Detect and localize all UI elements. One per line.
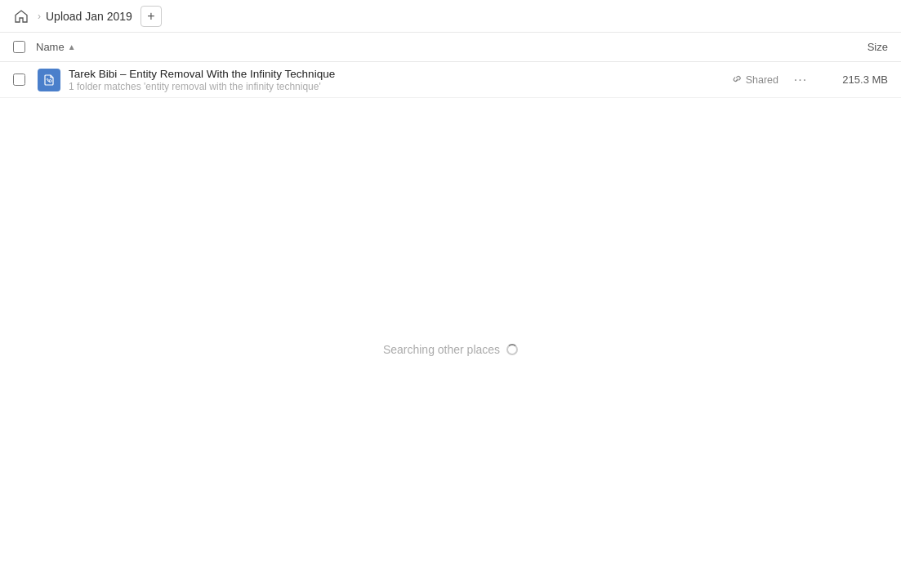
file-size: 215.3 MB — [823, 74, 888, 86]
home-button[interactable] — [10, 5, 33, 28]
header-checkbox-wrap — [13, 41, 36, 53]
breadcrumb-chevron: › — [38, 11, 41, 22]
sort-arrow-icon: ▲ — [68, 42, 76, 51]
add-button[interactable]: + — [141, 6, 162, 27]
breadcrumb-title: Upload Jan 2019 — [46, 10, 132, 23]
file-info: Tarek Bibi – Entity Removal With the Inf… — [69, 68, 731, 92]
column-name-header[interactable]: Name ▲ — [36, 41, 806, 53]
table-header: Name ▲ Size — [0, 33, 901, 62]
shared-label: Shared — [746, 74, 778, 86]
more-options-button[interactable]: ··· — [790, 69, 811, 91]
file-matches: 1 folder matches 'entity removal with th… — [69, 81, 731, 92]
header-bar: › Upload Jan 2019 + — [0, 0, 901, 33]
row-checkbox[interactable] — [13, 74, 25, 86]
link-icon — [731, 74, 743, 86]
column-size-header: Size — [806, 41, 888, 53]
file-meta: Shared ··· 215.3 MB — [731, 69, 888, 91]
file-name: Tarek Bibi – Entity Removal With the Inf… — [69, 68, 731, 80]
searching-label: Searching other places — [383, 343, 500, 356]
searching-section: Searching other places — [0, 343, 901, 356]
shared-badge: Shared — [731, 74, 778, 86]
table-row[interactable]: Tarek Bibi – Entity Removal With the Inf… — [0, 62, 901, 98]
select-all-checkbox[interactable] — [13, 41, 25, 53]
row-checkbox-wrap — [13, 74, 36, 86]
file-icon — [38, 69, 60, 91]
file-icon-wrap — [36, 69, 62, 91]
loading-spinner — [506, 344, 518, 355]
